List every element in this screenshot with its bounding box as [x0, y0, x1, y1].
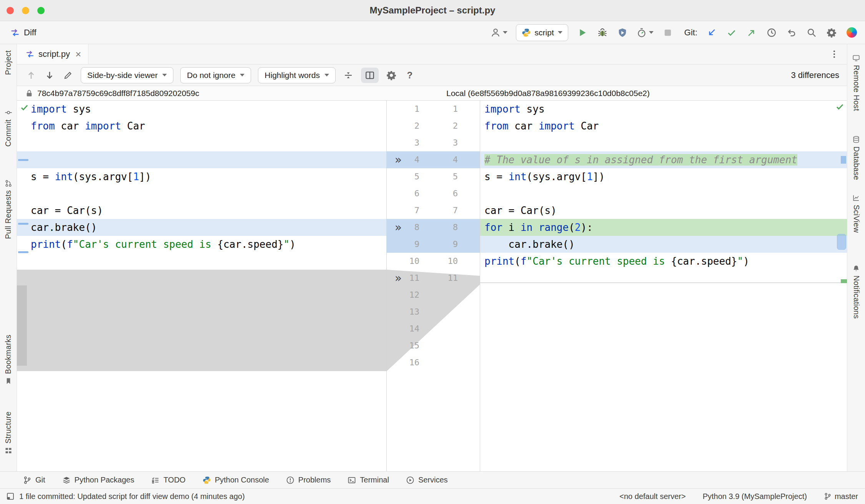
tool-window-label: Pull Requests: [4, 190, 13, 239]
code-line-left[interactable]: [17, 253, 386, 270]
vcs-user-button[interactable]: [491, 26, 507, 39]
next-difference-button[interactable]: [44, 69, 55, 82]
editor-column: script.py × Side-by-side viewer Do not i…: [17, 44, 847, 471]
interpreter-widget[interactable]: Python 3.9 (MySampleProject): [703, 492, 807, 501]
default-server-widget[interactable]: <no default server>: [619, 492, 685, 501]
commit-icon: [5, 109, 12, 116]
change-marker[interactable]: [18, 251, 28, 253]
code-line-right[interactable]: for i in range(2):: [480, 219, 847, 236]
viewer-mode-select[interactable]: Side-by-side viewer: [81, 67, 173, 83]
profiler-button[interactable]: [637, 26, 654, 39]
apply-change-chevron[interactable]: »: [391, 219, 405, 236]
close-window-button[interactable]: [7, 7, 14, 14]
status-message-area[interactable]: 1 file committed: Updated script for dif…: [6, 492, 245, 501]
differences-count: 3 differences: [791, 70, 843, 80]
push-button[interactable]: [746, 26, 757, 39]
stop-button[interactable]: [662, 26, 674, 39]
collapse-unchanged-button[interactable]: [343, 69, 354, 82]
bug-icon: [597, 28, 607, 38]
code-line-right[interactable]: car = Car(s): [480, 202, 847, 219]
tool-window-switcher-icon[interactable]: [6, 492, 15, 501]
code-token: int: [509, 171, 527, 182]
code-line-left[interactable]: car = Car(s): [17, 202, 386, 219]
gutter-row: 11: [387, 101, 480, 118]
code-line-left[interactable]: [17, 185, 386, 202]
tool-window-label: Database: [852, 146, 861, 180]
history-button[interactable]: [766, 26, 777, 39]
synchronize-scrolling-toggle[interactable]: [361, 68, 379, 83]
code-line-right[interactable]: import sys: [480, 101, 847, 118]
change-marker[interactable]: [18, 223, 28, 225]
scrollbar-change-marker[interactable]: [841, 156, 846, 164]
update-project-button[interactable]: [706, 26, 717, 39]
debug-button[interactable]: [597, 26, 608, 39]
code-line-left[interactable]: s = int(sys.argv[1]): [17, 168, 386, 185]
tool-window-button-commit[interactable]: Commit: [0, 109, 17, 147]
minimize-window-button[interactable]: [22, 7, 29, 14]
tool-window-button-structure[interactable]: Structure: [0, 411, 17, 454]
tool-window-button-notifications[interactable]: Notifications: [847, 265, 865, 319]
tool-window-button-database[interactable]: Database: [847, 136, 865, 180]
monitor-icon: [852, 54, 860, 62]
code-line-left[interactable]: [17, 134, 386, 151]
diff-settings-button[interactable]: [386, 69, 397, 82]
tool-window-button-project[interactable]: Project: [0, 50, 17, 75]
diff-toolbar: Side-by-side viewer Do not ignore Highli…: [17, 65, 847, 86]
highlight-mode-select[interactable]: Highlight words: [258, 67, 336, 83]
tool-window-button-todo[interactable]: TODO: [151, 476, 185, 484]
code-line-right[interactable]: [480, 270, 847, 287]
code-line-right[interactable]: car.brake(): [480, 236, 847, 253]
code-token: (: [514, 255, 521, 267]
close-tab-icon[interactable]: ×: [75, 49, 81, 59]
tool-window-button-terminal[interactable]: Terminal: [348, 476, 389, 484]
code-line-right[interactable]: from car import Car: [480, 118, 847, 134]
tool-window-button-sciview[interactable]: SciView: [847, 194, 865, 233]
tab-options-button[interactable]: [828, 48, 847, 61]
code-line-right[interactable]: [480, 134, 847, 151]
code-line-right[interactable]: [480, 185, 847, 202]
code-line-right[interactable]: print(f"Car's current speed is {car.spee…: [480, 253, 847, 270]
whitespace-policy-select[interactable]: Do not ignore: [180, 67, 251, 83]
tool-window-button-services[interactable]: Services: [406, 476, 448, 484]
rollback-button[interactable]: [786, 26, 797, 39]
code-line-left[interactable]: from car import Car: [17, 118, 386, 134]
run-button[interactable]: [577, 26, 588, 39]
code-line-left[interactable]: print(f"Car's current speed is {car.spee…: [17, 236, 386, 253]
code-line-right[interactable]: # The value of s in assigned from the fi…: [480, 151, 847, 168]
gutter-row: 55: [387, 168, 480, 185]
diff-editor: import sysfrom car import Cars = int(sys…: [17, 101, 847, 471]
git-branch-widget[interactable]: master: [824, 492, 858, 501]
run-configuration-select[interactable]: script: [516, 24, 568, 41]
tool-window-button-problems[interactable]: Problems: [286, 476, 331, 484]
line-number-right: 11: [419, 270, 458, 287]
collapsed-region[interactable]: [17, 270, 386, 371]
run-with-coverage-button[interactable]: [617, 26, 628, 39]
search-everywhere-button[interactable]: [806, 26, 817, 39]
code-line-left[interactable]: car.brake(): [17, 219, 386, 236]
tool-window-button-python-packages[interactable]: Python Packages: [62, 476, 135, 484]
tab-script-py[interactable]: script.py ×: [17, 44, 88, 64]
tool-window-button-git[interactable]: Git: [23, 476, 45, 484]
previous-difference-button[interactable]: [25, 69, 37, 82]
tool-window-label: SciView: [852, 205, 861, 233]
commit-button[interactable]: [726, 26, 737, 39]
zoom-window-button[interactable]: [37, 7, 45, 14]
ide-logo-button[interactable]: [846, 26, 857, 39]
tool-window-button-remote-host[interactable]: Remote Host: [847, 54, 865, 111]
help-button[interactable]: ?: [404, 69, 416, 82]
scrollbar-thumb[interactable]: [837, 234, 846, 250]
settings-button[interactable]: [826, 26, 837, 39]
tool-window-button-python-console[interactable]: Python Console: [203, 476, 269, 484]
tool-window-button-bookmarks[interactable]: Bookmarks: [0, 335, 17, 385]
code-line-right[interactable]: s = int(sys.argv[1]): [480, 168, 847, 185]
apply-change-chevron[interactable]: »: [391, 151, 405, 168]
scrollbar-added-marker[interactable]: [841, 279, 847, 283]
code-line-left[interactable]: import sys: [17, 101, 386, 118]
tool-window-button-pull-requests[interactable]: Pull Requests: [0, 179, 17, 239]
code-line-left[interactable]: [17, 151, 386, 168]
apply-change-chevron[interactable]: »: [391, 270, 405, 287]
edit-source-button[interactable]: [62, 69, 74, 82]
code-token: car = Car(s): [484, 205, 557, 216]
code-token: ): [743, 255, 749, 267]
change-marker[interactable]: [18, 159, 28, 161]
